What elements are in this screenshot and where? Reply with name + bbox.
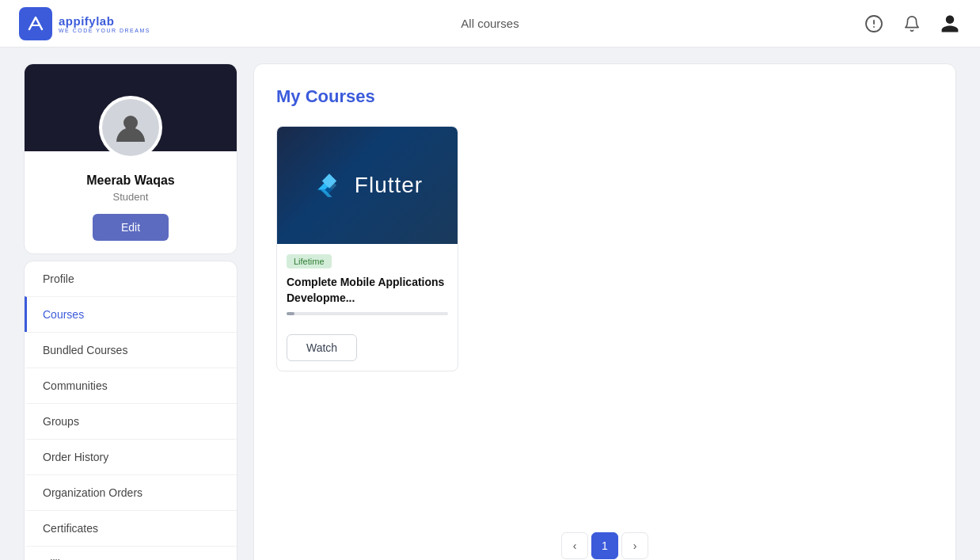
chat-icon[interactable]: [863, 13, 885, 35]
user-icon[interactable]: [939, 13, 961, 35]
sidebar-item-order-history[interactable]: Order History: [25, 439, 237, 474]
course-badge: Lifetime: [287, 254, 332, 269]
main-layout: Meerab Waqas Student Edit Profile Course…: [0, 48, 980, 560]
course-body: Lifetime Complete Mobile Applications De…: [277, 244, 458, 326]
sidebar-item-courses[interactable]: Courses: [25, 296, 237, 332]
sidebar-item-certificates[interactable]: Certificates: [25, 510, 237, 546]
course-progress-bar: [287, 312, 448, 315]
next-icon: ›: [633, 539, 637, 552]
notification-icon[interactable]: [901, 13, 923, 35]
all-courses-link[interactable]: All courses: [461, 17, 518, 30]
sidebar-item-billing[interactable]: Billing: [25, 546, 237, 560]
watch-button[interactable]: Watch: [287, 334, 357, 361]
profile-name: Meerab Waqas: [37, 173, 224, 188]
header-nav[interactable]: All courses: [461, 17, 518, 31]
sidebar: Meerab Waqas Student Edit Profile Course…: [24, 63, 237, 560]
profile-info: Meerab Waqas Student Edit: [25, 158, 237, 253]
course-progress-fill: [287, 312, 294, 315]
next-page-button[interactable]: ›: [621, 532, 648, 559]
avatar: [102, 99, 159, 156]
profile-role: Student: [37, 191, 224, 203]
edit-button[interactable]: Edit: [93, 214, 169, 241]
prev-page-button[interactable]: ‹: [561, 532, 588, 559]
logo-text: appifylab WE CODE YOUR DREAMS: [59, 14, 150, 33]
profile-card: Meerab Waqas Student Edit: [24, 63, 237, 254]
page-1-label: 1: [602, 539, 608, 552]
avatar-container: [99, 96, 162, 159]
pagination: ‹ 1 ›: [276, 509, 933, 559]
section-title: My Courses: [276, 86, 933, 107]
main-content: My Courses Flutter: [253, 63, 956, 560]
course-title: Complete Mobile Applications Developme..…: [287, 275, 448, 306]
sidebar-item-organization-orders[interactable]: Organization Orders: [25, 474, 237, 510]
logo[interactable]: appifylab WE CODE YOUR DREAMS: [19, 7, 150, 40]
flutter-logo: Flutter: [312, 168, 423, 203]
nav-menu: Profile Courses Bundled Courses Communit…: [24, 261, 237, 560]
course-actions: Watch: [277, 326, 458, 371]
logo-main-text: appifylab: [59, 14, 150, 28]
course-card: Flutter Lifetime Complete Mobile Applica…: [276, 126, 458, 371]
sidebar-item-groups[interactable]: Groups: [25, 403, 237, 439]
courses-grid: Flutter Lifetime Complete Mobile Applica…: [276, 126, 933, 371]
page-1-button[interactable]: 1: [591, 532, 618, 559]
sidebar-item-profile[interactable]: Profile: [25, 261, 237, 296]
flutter-text: Flutter: [355, 173, 423, 198]
course-thumbnail: Flutter: [277, 127, 458, 244]
header: appifylab WE CODE YOUR DREAMS All course…: [0, 0, 980, 48]
sidebar-item-bundled-courses[interactable]: Bundled Courses: [25, 332, 237, 368]
logo-icon: [19, 7, 52, 40]
sidebar-item-communities[interactable]: Communities: [25, 368, 237, 403]
logo-sub-text: WE CODE YOUR DREAMS: [59, 28, 150, 33]
profile-banner: [25, 64, 237, 151]
prev-icon: ‹: [573, 539, 577, 552]
header-icons: [863, 13, 961, 35]
